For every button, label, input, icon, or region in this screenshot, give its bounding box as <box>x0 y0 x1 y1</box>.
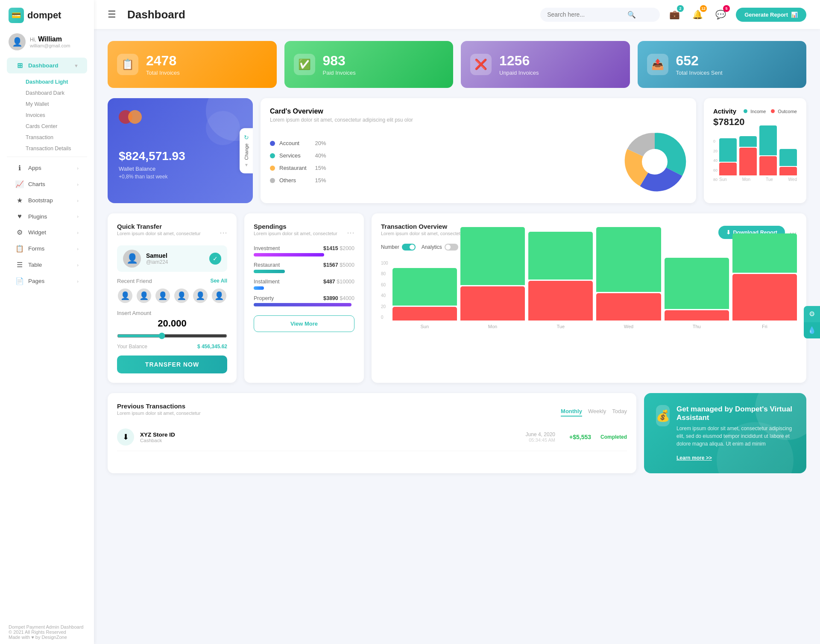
stat-sent-info: 652 Total Invoices Sent <box>676 53 723 76</box>
outcome-bar <box>759 156 777 175</box>
toggle-knob <box>445 245 451 250</box>
content-area: 📋 2478 Total Invoices ✅ 983 Paid Invoice… <box>94 29 820 644</box>
subnav-dashboard-light[interactable]: Dashboard Light <box>21 76 94 87</box>
wallet-badge: 2 <box>677 5 684 12</box>
apps-icon: ℹ <box>15 164 24 172</box>
tab-today[interactable]: Today <box>612 408 627 417</box>
tab-monthly[interactable]: Monthly <box>561 408 582 417</box>
outcome-bar <box>528 281 593 321</box>
transaction-overview-card: Transaction Overview Lorem ipsum dolor s… <box>372 213 806 383</box>
income-bar <box>460 227 525 285</box>
friend-avatar[interactable]: 👤 <box>173 288 190 304</box>
va-learn-more-link[interactable]: Learn more >> <box>676 455 712 461</box>
income-bar <box>596 227 661 292</box>
your-balance-value: $ 456,345.62 <box>197 344 227 350</box>
sidebar-item-pages[interactable]: 📄 Pages › <box>7 273 87 289</box>
change-text: Change <box>244 143 249 160</box>
wallet-card: $824,571.93 Wallet Balance +0,8% than la… <box>108 98 253 203</box>
stat-total-number: 2478 <box>146 53 180 69</box>
wallet-icon-btn[interactable]: 💼 2 <box>667 7 682 22</box>
outcome-bar <box>779 167 797 175</box>
list-item: Account 20% <box>270 137 326 149</box>
sidebar-item-charts[interactable]: 📈 Charts › <box>7 176 87 192</box>
tx-type: Cashback <box>140 438 175 443</box>
spending-property: Property $3890 $4000 <box>254 295 354 306</box>
stat-card-sent: 📤 652 Total Invoices Sent <box>638 41 807 88</box>
others-label: Others <box>279 177 307 184</box>
bar-group-wed: Wed <box>596 227 661 329</box>
bell-badge: 12 <box>700 5 707 12</box>
search-input[interactable] <box>547 11 624 18</box>
search-icon: 🔍 <box>627 11 636 19</box>
more-options-icon[interactable]: ⋯ <box>220 228 227 237</box>
tx-cashback-icon: ⬇ <box>117 428 134 446</box>
services-label: Services <box>279 152 307 159</box>
va-description: Lorem ipsum dolor sit amet, consectetur … <box>676 425 794 448</box>
stat-unpaid-number: 1256 <box>499 53 539 69</box>
sidebar-item-label: Plugins <box>28 213 47 220</box>
cards-overview-title: Card's Overview <box>270 108 687 115</box>
friend-avatar[interactable]: 👤 <box>136 288 152 304</box>
generate-report-button[interactable]: Generate Report 📊 <box>736 8 806 22</box>
friend-avatar[interactable]: 👤 <box>192 288 208 304</box>
transfer-now-button[interactable]: TRANSFER NOW <box>117 356 227 373</box>
transfer-name: Samuel <box>146 252 168 259</box>
menu-icon[interactable]: ☰ <box>108 9 116 20</box>
toggle-switch-number[interactable] <box>402 244 416 251</box>
header: ☰ Dashboard 🔍 💼 2 🔔 12 💬 5 Generate Repo… <box>94 0 820 29</box>
chart-bar-icon: 📊 <box>791 12 798 18</box>
sidebar-item-bootstrap[interactable]: ★ Bootstrap › <box>7 192 87 208</box>
analytics-toggle[interactable]: Analytics <box>422 244 458 251</box>
pages-icon: 📄 <box>15 277 24 285</box>
sidebar-item-forms[interactable]: 📋 Forms › <box>7 241 87 256</box>
avatar: 👤 <box>9 33 26 50</box>
wallet-change-button[interactable]: ↻ Change ▼ <box>240 128 253 173</box>
prev-tx-header: Previous Transactions Lorem ipsum dolor … <box>117 402 627 422</box>
more-options-icon[interactable]: ⋯ <box>347 228 354 237</box>
subnav-dashboard-dark[interactable]: Dashboard Dark <box>21 87 94 99</box>
view-more-button[interactable]: View More <box>254 315 354 332</box>
chat-icon-btn[interactable]: 💬 5 <box>713 7 728 22</box>
income-bar <box>739 136 757 147</box>
bar-group-tue <box>759 125 777 175</box>
chevron-right-icon: › <box>77 166 79 171</box>
spending-installment-value: $487 $10000 <box>323 279 354 285</box>
subnav-cards-center[interactable]: Cards Center <box>21 121 94 132</box>
sidebar-item-apps[interactable]: ℹ Apps › <box>7 160 87 176</box>
bell-icon-btn[interactable]: 🔔 12 <box>690 7 705 22</box>
sidebar-item-dashboard[interactable]: ⊞ Dashboard ▼ <box>7 58 87 73</box>
sidebar-item-plugins[interactable]: ♥ Plugins › <box>7 209 87 224</box>
friend-avatar[interactable]: 👤 <box>117 288 133 304</box>
list-item: Restaurant 15% <box>270 162 326 174</box>
friend-avatar[interactable]: 👤 <box>211 288 227 304</box>
quick-transfer-card: Quick Transfer Lorem ipsum dolor sit ame… <box>108 213 237 383</box>
subnav-transaction[interactable]: Transaction <box>21 132 94 143</box>
friend-avatar[interactable]: 👤 <box>155 288 171 304</box>
to-title: Transaction Overview <box>381 223 465 230</box>
sidebar-item-label: Widget <box>28 229 46 236</box>
sidebar-item-label: Charts <box>28 181 45 187</box>
stat-sent-label: Total Invoices Sent <box>676 70 723 76</box>
subnav-transaction-details[interactable]: Transaction Details <box>21 143 94 154</box>
toggle-switch-analytics[interactable] <box>445 244 458 251</box>
tab-weekly[interactable]: Weekly <box>588 408 606 417</box>
subnav-my-wallet[interactable]: My Wallet <box>21 99 94 110</box>
subnav-invoices[interactable]: Invoices <box>21 110 94 121</box>
income-bar <box>779 149 797 166</box>
bar-group-mon: Mon <box>460 227 525 329</box>
sidebar-item-label: Forms <box>28 245 44 252</box>
see-all-link[interactable]: See All <box>210 278 227 284</box>
number-toggle[interactable]: Number <box>381 244 416 251</box>
sidebar-item-table[interactable]: ☰ Table › <box>7 257 87 273</box>
tx-info: XYZ Store ID Cashback <box>140 431 175 443</box>
table-row: ⬇ XYZ Store ID Cashback June 4, 2020 05:… <box>117 423 627 451</box>
amount-slider[interactable] <box>117 332 227 339</box>
water-float-button[interactable]: 💧 <box>804 322 820 338</box>
user-email: william@gmail.com <box>30 43 70 48</box>
settings-float-button[interactable]: ⚙ <box>804 306 820 322</box>
sidebar-item-widget[interactable]: ⚙ Widget › <box>7 224 87 240</box>
chevron-right-icon: › <box>77 182 79 187</box>
spending-restaurant-label: Restaurant <box>254 262 280 268</box>
tx-date: June 4, 2020 05:34:45 AM <box>526 431 555 443</box>
outcome-bar <box>732 274 797 321</box>
